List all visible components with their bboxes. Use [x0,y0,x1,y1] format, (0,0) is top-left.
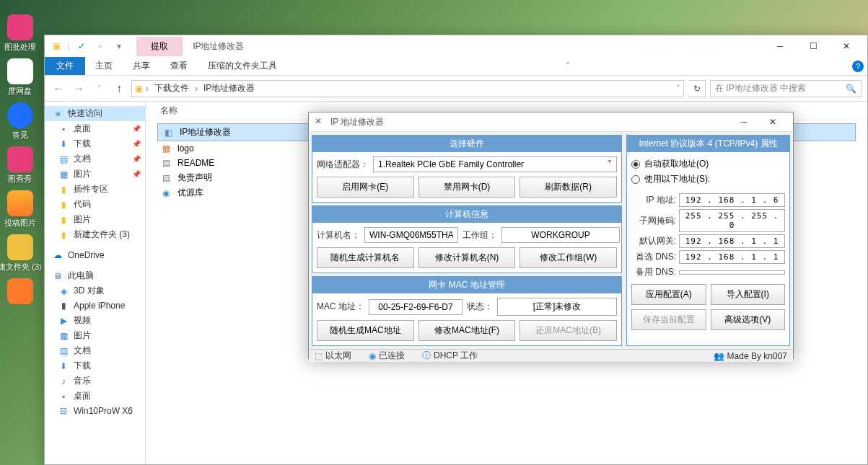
panel-header: 计算机信息 [312,206,621,223]
nav-item-desktop[interactable]: ▪桌面📌 [45,121,145,136]
subnet-mask-input[interactable]: 255 . 255 . 255 . 0 [679,209,785,232]
radio-icon [631,175,640,184]
computer-name-input[interactable] [364,227,458,243]
nav-item-folder[interactable]: ▮新建文件夹 (3) [45,227,145,242]
import-config-button[interactable]: 导入配置(I) [711,284,786,305]
qat-dropdown-icon[interactable]: ▾ [112,39,126,53]
restore-mac-button[interactable]: 还原MAC地址(B) [520,320,617,341]
address-bar[interactable]: ▣ › 下载文件 › IP地址修改器 ˅ [131,80,684,97]
refresh-data-button[interactable]: 刷新数据(R) [520,177,617,198]
qat-divider: | [68,41,70,51]
nav-item-documents[interactable]: ▤文档📌 [45,151,145,167]
disable-nic-button[interactable]: 禁用网卡(D) [418,177,516,198]
nav-item-pictures[interactable]: ▦图片 [45,328,145,343]
refresh-button[interactable]: ↻ [688,80,706,97]
desktop-icon[interactable]: 图秀秀 [0,146,40,185]
checkmark-icon[interactable]: ✓ [74,39,89,53]
workgroup-label: 工作组： [463,229,497,242]
close-button[interactable]: ✕ [830,35,863,57]
nav-item-folder[interactable]: ▮插件专区 [45,182,145,197]
folder-icon: ▣ [49,39,63,53]
navigation-pane: ★快速访问 ▪桌面📌 ⬇下载📌 ▤文档📌 ▦图片📌 ▮插件专区 ▮代码 ▮图片 … [45,102,146,464]
nav-item-drive[interactable]: ⊟Win10ProW X6 [45,404,145,418]
dns1-input[interactable]: 192 . 168 . 1 . 1 [679,250,785,264]
qat-item[interactable]: ▫ [93,39,108,53]
nav-item-desktop[interactable]: ▪桌面 [45,389,145,404]
search-input[interactable]: 在 IP地址修改器 中搜索 🔍 [710,80,862,97]
chevron-right-icon: › [195,84,198,94]
help-button[interactable]: ? [849,57,867,75]
ribbon-tab-share[interactable]: 共享 [123,57,160,75]
rename-computer-button[interactable]: 修改计算机名(N) [418,247,516,268]
document-icon: ▤ [58,345,69,357]
nav-this-pc[interactable]: 🖥此电脑 [45,268,145,283]
forward-button[interactable]: → [71,81,87,97]
breadcrumb-segment[interactable]: IP地址修改器 [201,82,258,94]
mac-input[interactable] [369,299,463,315]
ribbon-expand-icon[interactable]: ˅ [558,57,577,75]
nav-item-music[interactable]: ♪音乐 [45,373,145,389]
manual-ip-radio[interactable]: 使用以下地址(S): [631,172,785,187]
close-button[interactable]: ✕ [758,112,787,131]
desktop-icon: ▪ [58,123,69,135]
nav-quick-access[interactable]: ★快速访问 [45,106,145,121]
gateway-input[interactable]: 192 . 168 . 1 . 1 [679,234,785,248]
nav-item-pictures[interactable]: ▦图片📌 [45,167,145,182]
nav-onedrive[interactable]: ☁OneDrive [45,248,145,262]
ribbon: 文件 主页 共享 查看 压缩的文件夹工具 ˅ ? [45,57,867,76]
desktop-icon[interactable]: 图批处理 [0,14,40,53]
extract-tab[interactable]: 提取 [136,37,183,56]
auto-ip-radio[interactable]: 自动获取地址(O) [631,156,785,172]
change-workgroup-button[interactable]: 修改工作组(W) [520,247,617,268]
up-button[interactable]: ↑ [111,81,127,97]
desktop-icons: 图批处理 度网盘 答见 图秀秀 投稿图片 建文件夹 (3) [0,0,40,304]
nav-item-videos[interactable]: ▶视频 [45,313,145,328]
maximize-button[interactable]: ☐ [797,35,830,57]
author-icon: 👥 [714,351,724,361]
random-mac-button[interactable]: 随机生成MAC地址 [317,320,414,341]
gateway-label: 默认网关: [631,235,676,247]
minimize-button[interactable]: ─ [729,112,758,131]
ip-address-input[interactable]: 192 . 168 . 1 . 6 [679,193,785,207]
desktop-icon[interactable]: 度网盘 [0,58,40,97]
download-icon: ⬇ [58,360,69,372]
ip-label: IP 地址: [631,194,676,206]
random-name-button[interactable]: 随机生成计算机名 [317,247,414,268]
ethernet-icon: ⬚ [315,351,323,361]
nav-item-iphone[interactable]: ▮Apple iPhone [45,298,145,313]
desktop-icon[interactable]: 答见 [0,102,40,141]
address-dropdown-icon[interactable]: ˅ [676,84,680,94]
nav-item-downloads[interactable]: ⬇下载 [45,358,145,373]
nav-item-3d[interactable]: ◈3D 对象 [45,283,145,298]
ribbon-tab-compress[interactable]: 压缩的文件夹工具 [198,57,287,75]
folder-icon: ▮ [58,229,69,241]
nav-item-downloads[interactable]: ⬇下载📌 [45,136,145,151]
mac-state-label: 状态： [467,301,493,313]
dns2-label: 备用 DNS: [631,266,676,278]
dns2-input[interactable] [679,270,785,275]
enable-nic-button[interactable]: 启用网卡(E) [317,177,414,198]
save-config-button[interactable]: 保存当前配置 [631,309,706,330]
nav-item-folder[interactable]: ▮代码 [45,197,145,212]
breadcrumb-segment[interactable]: 下载文件 [152,82,192,94]
advanced-button[interactable]: 高级选项(V) [711,309,786,330]
apply-config-button[interactable]: 应用配置(A) [631,284,706,305]
adapter-select[interactable]: 1.Realtek PCIe GbE Family Controller˅ [373,156,617,172]
file-tab[interactable]: 文件 [45,57,85,75]
desktop-icon[interactable]: 投稿图片 [0,190,40,229]
history-dropdown-icon[interactable]: ˅ [91,81,107,97]
ribbon-tab-home[interactable]: 主页 [85,57,123,75]
change-mac-button[interactable]: 修改MAC地址(F) [418,320,516,341]
ribbon-tab-view[interactable]: 查看 [160,57,198,75]
nav-item-folder[interactable]: ▮图片 [45,212,145,227]
status-author: Made By kn007 [727,351,787,361]
panel-header: Internet 协议版本 4 (TCP/IPv4) 属性 [627,136,789,152]
workgroup-input[interactable] [501,227,620,243]
panel-header: 选择硬件 [312,136,621,152]
nav-item-documents[interactable]: ▤文档 [45,343,145,358]
desktop-icon[interactable]: 建文件夹 (3) [0,234,40,273]
desktop-icon[interactable] [0,278,40,304]
back-button[interactable]: ← [51,81,66,97]
window-title: IP地址修改器 [193,40,244,53]
minimize-button[interactable]: ─ [763,35,797,57]
